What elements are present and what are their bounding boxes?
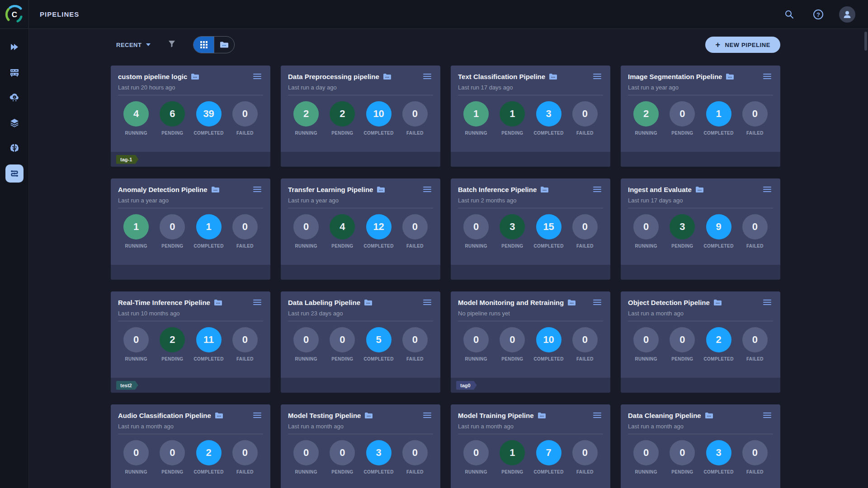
stat-completed[interactable]: 2COMPLETED [191, 440, 227, 474]
stat-completed[interactable]: 12COMPLETED [361, 214, 397, 249]
pipeline-card[interactable]: Real-Time Inference Pipeline Last run 10… [111, 291, 270, 393]
stat-running[interactable]: 1RUNNING [118, 214, 154, 249]
card-menu-icon[interactable] [421, 411, 433, 420]
card-menu-icon[interactable] [591, 298, 603, 307]
stat-completed[interactable]: 5COMPLETED [361, 327, 397, 361]
stat-pending[interactable]: 2PENDING [154, 327, 190, 361]
stat-running[interactable]: 0RUNNING [458, 327, 494, 361]
sidebar-item-projects[interactable] [5, 38, 24, 56]
stat-pending[interactable]: 3PENDING [664, 214, 700, 249]
pipeline-card[interactable]: Ingest and Evaluate Last run 17 days ago… [621, 178, 780, 280]
pipeline-card[interactable]: Data Preprocessing pipeline Last run a d… [281, 66, 440, 167]
stat-pending[interactable]: 0PENDING [664, 101, 700, 136]
filter-icon[interactable] [168, 40, 176, 50]
stat-running[interactable]: 0RUNNING [458, 440, 494, 474]
pipeline-card[interactable]: Model Training Pipeline Last run a month… [451, 404, 610, 488]
card-menu-icon[interactable] [251, 72, 263, 81]
pipeline-card[interactable]: Audio Classification Pipeline Last run a… [111, 404, 270, 488]
stat-running[interactable]: 1RUNNING [458, 101, 494, 136]
stat-failed[interactable]: 0FAILED [567, 440, 603, 474]
sidebar-item-orchestration[interactable] [5, 89, 24, 107]
stat-completed[interactable]: 39COMPLETED [191, 101, 227, 136]
stat-pending[interactable]: 0PENDING [154, 214, 190, 249]
scrollbar-thumb[interactable] [864, 32, 867, 51]
stat-completed[interactable]: 11COMPLETED [191, 327, 227, 361]
user-avatar[interactable] [839, 6, 855, 23]
card-menu-icon[interactable] [251, 411, 263, 420]
card-menu-icon[interactable] [761, 298, 773, 307]
stat-pending[interactable]: 0PENDING [154, 440, 190, 474]
stat-pending[interactable]: 0PENDING [324, 440, 360, 474]
card-menu-icon[interactable] [591, 72, 603, 81]
stat-pending[interactable]: 3PENDING [494, 214, 530, 249]
stat-completed[interactable]: 7COMPLETED [531, 440, 567, 474]
card-menu-icon[interactable] [251, 185, 263, 194]
stat-pending[interactable]: 2PENDING [324, 101, 360, 136]
stat-failed[interactable]: 0FAILED [737, 327, 773, 361]
stat-failed[interactable]: 0FAILED [567, 214, 603, 249]
stat-failed[interactable]: 0FAILED [397, 327, 433, 361]
card-menu-icon[interactable] [421, 298, 433, 307]
pipeline-card[interactable]: Text Classification Pipeline Last run 17… [451, 66, 610, 167]
pipeline-card[interactable]: Model Monitoring and Retraining No pipel… [451, 291, 610, 393]
card-menu-icon[interactable] [421, 72, 433, 81]
stat-failed[interactable]: 0FAILED [737, 214, 773, 249]
card-menu-icon[interactable] [761, 185, 773, 194]
stat-pending[interactable]: 0PENDING [494, 327, 530, 361]
stat-failed[interactable]: 0FAILED [227, 214, 263, 249]
stat-running[interactable]: 0RUNNING [118, 440, 154, 474]
stat-failed[interactable]: 0FAILED [397, 214, 433, 249]
stat-failed[interactable]: 0FAILED [227, 101, 263, 136]
stat-completed[interactable]: 3COMPLETED [361, 440, 397, 474]
stat-completed[interactable]: 10COMPLETED [361, 101, 397, 136]
stat-completed[interactable]: 1COMPLETED [191, 214, 227, 249]
card-menu-icon[interactable] [251, 298, 263, 307]
stat-failed[interactable]: 0FAILED [397, 440, 433, 474]
pipeline-card[interactable]: Object Detection Pipeline Last run a mon… [621, 291, 780, 393]
stat-running[interactable]: 0RUNNING [458, 214, 494, 249]
stat-running[interactable]: 0RUNNING [118, 327, 154, 361]
stat-failed[interactable]: 0FAILED [397, 101, 433, 136]
pipeline-card[interactable]: Model Testing Pipeline Last run a month … [281, 404, 440, 488]
stat-failed[interactable]: 0FAILED [737, 101, 773, 136]
stat-pending[interactable]: 6PENDING [154, 101, 190, 136]
card-menu-icon[interactable] [761, 72, 773, 81]
pipeline-card[interactable]: Image Segmentation Pipeline Last run a y… [621, 66, 780, 167]
pipeline-card[interactable]: Anomaly Detection Pipeline Last run a ye… [111, 178, 270, 280]
pipeline-card[interactable]: Transfer Learning Pipeline Last run a ye… [281, 178, 440, 280]
card-menu-icon[interactable] [591, 185, 603, 194]
stat-running[interactable]: 2RUNNING [628, 101, 664, 136]
stat-running[interactable]: 0RUNNING [288, 440, 324, 474]
sidebar-item-pipelines[interactable] [5, 164, 24, 183]
pipeline-tag[interactable]: tag-1 [116, 155, 138, 164]
pipeline-tag[interactable]: test2 [116, 381, 138, 390]
new-pipeline-button[interactable]: + NEW PIPELINE [705, 37, 780, 53]
stat-running[interactable]: 0RUNNING [628, 440, 664, 474]
stat-completed[interactable]: 1COMPLETED [701, 101, 737, 136]
stat-running[interactable]: 0RUNNING [628, 214, 664, 249]
stat-completed[interactable]: 15COMPLETED [531, 214, 567, 249]
sidebar-item-datasets[interactable] [5, 114, 24, 132]
pipeline-tag[interactable]: tag0 [456, 381, 477, 390]
stat-pending[interactable]: 4PENDING [324, 214, 360, 249]
stat-completed[interactable]: 2COMPLETED [701, 327, 737, 361]
pipeline-card[interactable]: Data Cleaning Pipeline Last run a month … [621, 404, 780, 488]
search-icon[interactable] [781, 6, 797, 23]
stat-completed[interactable]: 3COMPLETED [531, 101, 567, 136]
sort-dropdown[interactable]: RECENT [116, 42, 151, 48]
grid-view-button[interactable] [193, 37, 214, 53]
list-view-button[interactable] [214, 37, 234, 53]
card-menu-icon[interactable] [591, 411, 603, 420]
stat-running[interactable]: 2RUNNING [288, 101, 324, 136]
stat-completed[interactable]: 10COMPLETED [531, 327, 567, 361]
sidebar-item-models[interactable] [5, 139, 24, 157]
stat-pending[interactable]: 1PENDING [494, 101, 530, 136]
card-menu-icon[interactable] [421, 185, 433, 194]
stat-pending[interactable]: 0PENDING [324, 327, 360, 361]
stat-running[interactable]: 0RUNNING [288, 214, 324, 249]
pipeline-card[interactable]: Data Labeling Pipeline Last run 23 days … [281, 291, 440, 393]
stat-pending[interactable]: 0PENDING [664, 440, 700, 474]
stat-running[interactable]: 0RUNNING [288, 327, 324, 361]
sidebar-item-workers[interactable] [5, 63, 24, 81]
stat-failed[interactable]: 0FAILED [567, 101, 603, 136]
